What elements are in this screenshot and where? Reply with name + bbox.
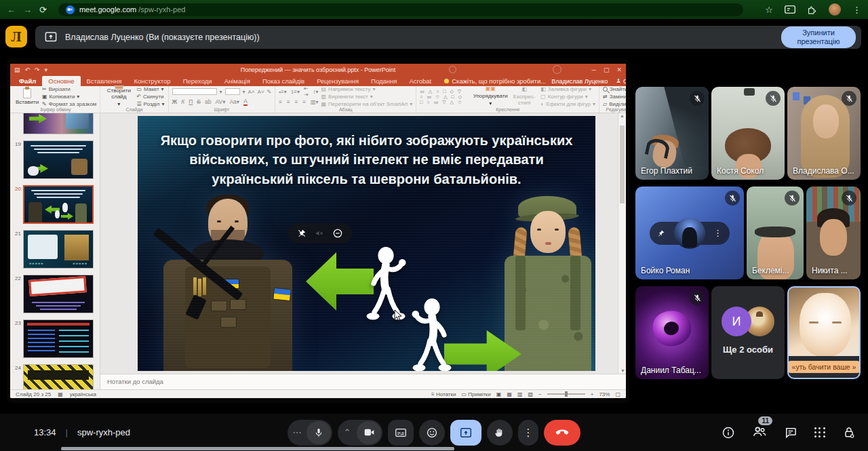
font-size-select[interactable]: [225, 88, 240, 95]
view-normal-icon[interactable]: ▣: [496, 391, 502, 397]
forward-icon[interactable]: →: [23, 5, 32, 14]
section-button[interactable]: ☰Розділ ▾: [136, 101, 164, 107]
line-spacing-icon[interactable]: ↕▾: [313, 89, 319, 95]
back-icon[interactable]: ←: [7, 5, 16, 14]
tab-animations[interactable]: Анімація: [218, 76, 256, 86]
stop-presenting-button[interactable]: Зупинити презентацію: [781, 26, 856, 48]
slide-23-thumbnail[interactable]: [23, 319, 94, 358]
tab-transitions[interactable]: Переходи: [177, 76, 218, 86]
copy-button[interactable]: ▣Копіювати ▾: [42, 94, 96, 100]
undo-icon[interactable]: ↶: [25, 66, 31, 73]
comments-toggle[interactable]: ▭ Примітки: [461, 391, 490, 397]
mic-icon[interactable]: [307, 421, 331, 444]
camera-button[interactable]: ⌃: [338, 420, 382, 446]
reactions-button[interactable]: [419, 420, 445, 446]
view-sorter-icon[interactable]: ▦: [507, 391, 512, 397]
participant-tile[interactable]: Никита ...: [806, 187, 861, 279]
shape-outline-button[interactable]: ▢Контур фігури ▾: [540, 94, 595, 100]
slide-24-thumbnail[interactable]: [23, 364, 94, 389]
mic-options-icon[interactable]: ⋯: [288, 427, 307, 437]
raise-hand-button[interactable]: [487, 420, 513, 446]
bold-button[interactable]: Ж: [172, 98, 178, 105]
self-view-tile[interactable]: «уть бачити ваше »: [787, 286, 861, 379]
tell-me-box[interactable]: Скажіть, що потрібно зробити...: [444, 77, 546, 86]
media-controls-icon[interactable]: [785, 5, 795, 14]
paste-button[interactable]: Вставити: [15, 87, 39, 106]
horizontal-scrollbar[interactable]: [61, 447, 454, 450]
address-bar[interactable]: meet.google.com/spw-ryxh-ped: [58, 3, 743, 16]
captions-button[interactable]: [388, 420, 414, 446]
slide-22-thumbnail[interactable]: [23, 275, 94, 313]
unpin-icon[interactable]: [297, 229, 307, 238]
cut-button[interactable]: ✂Вирізати: [42, 86, 96, 92]
smartart-button[interactable]: ▦Перетворити на об'єкт SmartArt ▾: [321, 101, 413, 107]
shape-fill-button[interactable]: ◧Заливка фігури ▾: [540, 86, 595, 92]
present-button-active[interactable]: [450, 420, 481, 446]
mic-button[interactable]: ⋯: [288, 420, 332, 446]
slide-18-thumbnail[interactable]: [23, 113, 94, 134]
notes-pane[interactable]: Нотатки до слайда: [100, 374, 626, 389]
zoom-out-icon[interactable]: −: [538, 391, 542, 397]
underline-button[interactable]: П: [189, 98, 193, 105]
people-panel-button[interactable]: 11: [752, 425, 767, 441]
slide-thumbnails-panel[interactable]: 19 20: [10, 113, 100, 389]
tab-view[interactable]: Подання: [365, 76, 403, 86]
indent-icons[interactable]: ⇤ ⇥: [304, 85, 309, 98]
font-name-select[interactable]: [172, 88, 217, 95]
overflow-participants-tile[interactable]: И Ще 2 особи: [711, 286, 785, 379]
shadow-button[interactable]: ab: [205, 98, 211, 105]
slide-19-thumbnail[interactable]: [23, 140, 94, 179]
close-icon[interactable]: ✕: [616, 66, 622, 73]
align-right-icon[interactable]: ≡: [295, 99, 298, 105]
format-painter-button[interactable]: ✎Формат за зразком: [42, 101, 96, 107]
justify-icon[interactable]: ≡: [302, 99, 306, 105]
view-slideshow-icon[interactable]: ▧: [528, 391, 534, 397]
spacing-button[interactable]: AV▾: [215, 98, 225, 105]
font-color-button[interactable]: А: [243, 98, 248, 106]
italic-button[interactable]: К: [181, 98, 184, 105]
tile-menu-icon[interactable]: ⋮: [713, 228, 722, 238]
clear-format-icon[interactable]: ✎: [267, 89, 272, 95]
layout-button[interactable]: ▭Макет ▾: [136, 86, 164, 92]
arrange-button[interactable]: ▣▣Упорядкувати ▾: [473, 87, 508, 106]
activities-icon[interactable]: [814, 427, 825, 438]
qat-menu-icon[interactable]: ▾: [45, 66, 48, 73]
extensions-icon[interactable]: [807, 5, 817, 15]
text-direction-button[interactable]: ▤Напрямок тексту ▾: [321, 86, 413, 92]
align-left-icon[interactable]: ≡: [279, 99, 282, 105]
profile-avatar[interactable]: [829, 3, 841, 16]
strikethrough-button[interactable]: S: [197, 98, 201, 105]
grow-font-icon[interactable]: A˄: [248, 89, 255, 95]
reload-icon[interactable]: ⟳: [39, 5, 47, 15]
share-button[interactable]: Спільний доступ: [616, 78, 626, 85]
language-label[interactable]: українська: [70, 391, 96, 397]
numbering-icon[interactable]: 1≡▾: [291, 89, 300, 95]
remove-participant-icon[interactable]: [332, 228, 343, 239]
restore-icon[interactable]: ▢: [604, 66, 610, 73]
shape-effects-button[interactable]: ◐Ефекти для фігур ▾: [540, 101, 595, 107]
slide-editing-area[interactable]: Якщо говорити про фото, які нібито зобра…: [100, 113, 626, 374]
participant-tile[interactable]: ⋮ Бойко Роман: [635, 187, 744, 279]
align-center-icon[interactable]: ≡: [287, 99, 290, 105]
select-button[interactable]: ▱Виділити ▾: [603, 101, 626, 107]
columns-icon[interactable]: ▥▾: [311, 99, 319, 105]
camera-icon[interactable]: [357, 421, 381, 444]
bookmark-star-icon[interactable]: ☆: [765, 5, 773, 15]
tab-home[interactable]: Основне: [42, 76, 80, 86]
minimize-icon[interactable]: ─: [592, 66, 596, 73]
fit-slide-icon[interactable]: ▢: [615, 391, 620, 397]
pin-icon[interactable]: [657, 229, 665, 237]
shapes-gallery[interactable]: ▭ △ ○ □ ◇ ▽○ ▭ ☆ △ □ ◇□ ○ ▭ ▽ △ ☆: [420, 87, 470, 106]
quick-styles-button[interactable]: ◧Експрес-стилі: [511, 87, 538, 106]
participant-tile[interactable]: Костя Сокол: [711, 87, 785, 180]
view-reading-icon[interactable]: ▥: [517, 391, 523, 397]
shrink-font-icon[interactable]: A˅: [258, 89, 264, 95]
align-text-button[interactable]: ▥Вирівняти текст ▾: [321, 94, 413, 100]
tab-insert[interactable]: Вставлення: [81, 76, 128, 86]
tab-file[interactable]: Файл: [13, 76, 42, 86]
notes-toggle[interactable]: ≡ Нотатки: [431, 391, 456, 397]
tab-design[interactable]: Конструктор: [127, 76, 176, 86]
slide-21-thumbnail[interactable]: ««««« »»»»»: [23, 230, 94, 269]
participant-tile[interactable]: Даниил Табац...: [635, 286, 709, 379]
tab-review[interactable]: Рецензування: [311, 76, 365, 86]
